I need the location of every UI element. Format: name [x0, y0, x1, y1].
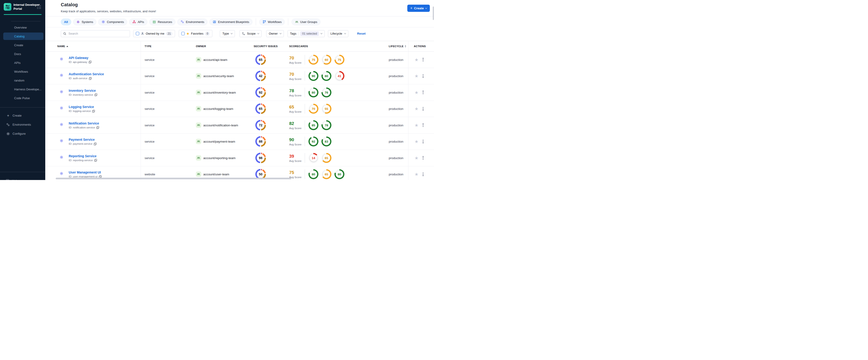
table-row[interactable]: Notification Service ID: notification-se…	[45, 117, 434, 133]
entity-owner[interactable]: account/notification-team	[203, 123, 238, 127]
row-menu-icon[interactable]	[422, 106, 425, 112]
scorecard-ring[interactable]: 90	[308, 71, 318, 81]
scorecard-ring[interactable]: 80	[335, 169, 344, 179]
row-menu-icon[interactable]	[422, 155, 425, 161]
scorecard-ring[interactable]: 80	[321, 71, 332, 81]
tab-environments[interactable]: Environments	[177, 19, 208, 25]
entity-owner[interactable]: account/security-team	[203, 74, 234, 78]
app-switcher-icon[interactable]	[37, 5, 41, 9]
scorecard-ring[interactable]: 55	[321, 104, 332, 114]
table-row[interactable]: Payment Service ID: payment-service serv…	[45, 133, 434, 150]
sidebar-item-harness-develope-[interactable]: Harness Develope...	[0, 85, 45, 94]
entity-owner[interactable]: account/reporting-team	[203, 156, 236, 159]
favorite-star-icon[interactable]: ★	[414, 107, 418, 111]
row-menu-icon[interactable]	[422, 90, 425, 95]
copy-icon[interactable]	[89, 61, 91, 63]
tab-all[interactable]: All	[61, 19, 71, 25]
column-header-name[interactable]: NAME	[57, 45, 68, 48]
scorecard-ring[interactable]: 75	[308, 55, 318, 65]
favorite-star-icon[interactable]: ★	[414, 57, 418, 62]
scorecard-ring[interactable]: 85	[308, 120, 318, 130]
scope-dropdown[interactable]: Scope	[240, 30, 261, 37]
reset-filters-button[interactable]: Reset	[356, 32, 367, 35]
sidebar-item-help[interactable]: Help	[0, 176, 45, 180]
sidebar-item-workflows[interactable]: Workflows	[0, 67, 45, 76]
create-button[interactable]: + Create	[407, 5, 430, 12]
scorecard-ring[interactable]: 65	[321, 153, 332, 163]
favorites-filter[interactable]: ★ Favorites 0	[179, 30, 213, 37]
scorecard-ring[interactable]: 41	[335, 71, 344, 81]
sidebar-item-code-pulse[interactable]: Code Pulse	[0, 94, 45, 102]
horizontal-scrollbar[interactable]	[56, 178, 291, 179]
owner-dropdown[interactable]: Owner	[266, 30, 284, 37]
sidebar-item-docs[interactable]: Docs	[0, 50, 45, 58]
favorite-star-icon[interactable]: ★	[414, 156, 418, 160]
entity-name-link[interactable]: User Management UI	[69, 171, 101, 174]
search-input[interactable]	[68, 32, 128, 35]
entity-owner[interactable]: account/user-team	[203, 173, 229, 176]
scorecard-ring[interactable]: 80	[308, 87, 318, 97]
favorite-star-icon[interactable]: ★	[414, 74, 418, 78]
tags-dropdown[interactable]: Tags 01 selected	[287, 30, 325, 37]
entity-name-link[interactable]: Reporting Service	[69, 154, 97, 158]
scorecard-ring[interactable]: 60	[321, 55, 332, 65]
sidebar-item-environments[interactable]: Environments	[0, 120, 45, 129]
entity-owner[interactable]: account/logging-team	[203, 107, 233, 111]
type-dropdown[interactable]: Type	[220, 30, 235, 37]
table-row[interactable]: API Gateway ID: api-gateway service acco…	[45, 52, 434, 68]
scorecard-ring[interactable]: 70	[308, 104, 318, 114]
entity-name-link[interactable]: Logging Service	[69, 105, 95, 109]
owned-by-me-checkbox[interactable]	[136, 32, 139, 35]
favorites-checkbox[interactable]	[181, 32, 185, 35]
scorecard-ring[interactable]: 78	[321, 120, 332, 130]
copy-icon[interactable]	[89, 77, 91, 80]
tab-apis[interactable]: APIs	[129, 19, 147, 25]
column-header-lifecycle[interactable]: LIFECYCLE	[389, 45, 406, 48]
row-menu-icon[interactable]	[422, 73, 425, 79]
scorecard-ring[interactable]: 80	[308, 169, 318, 179]
favorite-star-icon[interactable]: ★	[414, 139, 418, 144]
sidebar-item-random[interactable]: random	[0, 76, 45, 85]
favorite-star-icon[interactable]: ★	[414, 90, 418, 94]
scorecard-ring[interactable]: 14	[308, 153, 318, 163]
copy-icon[interactable]	[94, 143, 96, 145]
sidebar-item-catalog[interactable]: Catalog	[0, 32, 45, 41]
tab-systems[interactable]: Systems	[73, 19, 97, 25]
copy-icon[interactable]	[92, 110, 95, 112]
table-row[interactable]: Logging Service ID: logging-service serv…	[45, 101, 434, 117]
entity-name-link[interactable]: Payment Service	[69, 138, 96, 142]
entity-name-link[interactable]: API Gateway	[69, 56, 91, 60]
tab-environment-blueprints[interactable]: Environment Blueprints	[209, 19, 252, 25]
copy-icon[interactable]	[94, 159, 97, 161]
copy-icon[interactable]	[96, 126, 99, 129]
row-menu-icon[interactable]	[422, 57, 425, 62]
owned-by-me-filter[interactable]: Owned by me 21	[133, 30, 175, 37]
scorecard-ring[interactable]: 83	[321, 137, 332, 147]
entity-owner[interactable]: account/api-team	[203, 58, 227, 61]
entity-name-link[interactable]: Notification Service	[69, 121, 99, 125]
lifecycle-dropdown[interactable]: Lifecycle	[328, 30, 348, 37]
vertical-scrollbar[interactable]	[433, 6, 434, 20]
scorecard-ring[interactable]: 65	[321, 169, 332, 179]
sidebar-item-apis[interactable]: APIs	[0, 58, 45, 67]
row-menu-icon[interactable]	[422, 139, 425, 144]
search-box[interactable]	[61, 30, 130, 37]
scorecard-ring[interactable]: 92	[308, 137, 318, 147]
entity-name-link[interactable]: Authentication Service	[69, 72, 104, 76]
entity-owner[interactable]: account/payment-team	[203, 140, 235, 143]
sidebar-item-create[interactable]: Create	[0, 41, 45, 50]
favorite-star-icon[interactable]: ★	[414, 123, 418, 127]
tab-resources[interactable]: Resources	[149, 19, 176, 25]
tab-user-groups[interactable]: User Groups	[291, 19, 320, 25]
tab-workflows[interactable]: Workflows	[259, 19, 285, 25]
tab-components[interactable]: Components	[98, 19, 127, 25]
scorecard-ring[interactable]: 76	[321, 87, 332, 97]
sidebar-item-configure[interactable]: Configure	[0, 129, 45, 138]
row-menu-icon[interactable]	[422, 172, 425, 177]
row-menu-icon[interactable]	[422, 122, 425, 128]
entity-owner[interactable]: account/inventory-team	[203, 91, 236, 94]
sidebar-item-create[interactable]: +Create	[0, 111, 45, 120]
scorecard-ring[interactable]: 75	[335, 55, 344, 65]
table-row[interactable]: Authentication Service ID: auth-service …	[45, 68, 434, 85]
favorite-star-icon[interactable]: ★	[414, 172, 418, 177]
